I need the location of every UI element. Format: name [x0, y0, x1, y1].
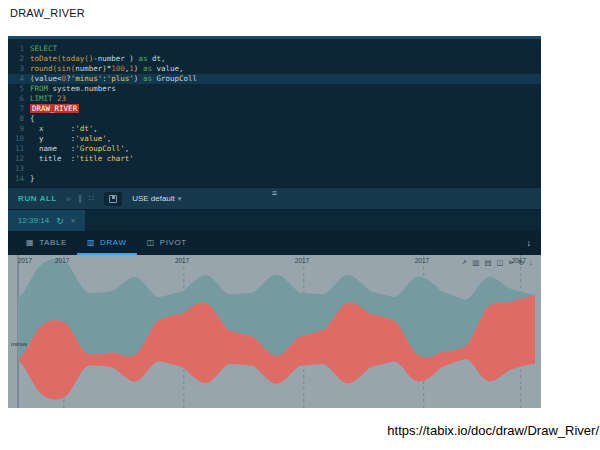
line-number: 14: [8, 174, 30, 184]
pause-icon[interactable]: ∥: [78, 194, 82, 203]
code-line[interactable]: 14}: [8, 174, 541, 184]
sql-editor[interactable]: 1SELECT2toDate(today()-number ) as dt,3r…: [8, 39, 541, 187]
tabix-app-window: 1SELECT2toDate(today()-number ) as dt,3r…: [8, 36, 541, 408]
code-line[interactable]: 5FROM system.numbers: [8, 84, 541, 94]
code-text: name :'GroupColl',: [30, 144, 129, 154]
chart-toolbox: ↗▥▤◫≡↻↓: [461, 258, 533, 267]
code-text: DRAW_RIVER: [30, 104, 79, 114]
toolbar-aux-icons: ▹∥∷: [67, 194, 94, 203]
line-number: 4: [8, 74, 30, 84]
view-tabs-bar: ▦TABLE▥DRAW◫PIVOT ↓: [8, 231, 541, 255]
code-text: (value<0?'minus':'plus') as GroupColl: [30, 74, 197, 84]
tab-label: TABLE: [39, 238, 67, 247]
line-number: 9: [8, 124, 30, 134]
tab-pivot[interactable]: ◫PIVOT: [137, 232, 197, 255]
river-svg: [8, 255, 541, 408]
database-select[interactable]: USE default ▾: [132, 194, 181, 203]
series-minus[interactable]: [18, 259, 535, 360]
close-icon[interactable]: ×: [71, 216, 76, 225]
save-icon: [109, 195, 117, 203]
page-title: DRAW_RIVER: [10, 7, 85, 19]
line-number: 12: [8, 154, 30, 164]
code-line[interactable]: 8{: [8, 114, 541, 124]
data-view-icon[interactable]: ≡: [509, 258, 513, 267]
code-text: x :'dt',: [30, 124, 98, 134]
code-line[interactable]: 13: [8, 164, 541, 174]
code-text: FROM system.numbers: [30, 84, 116, 94]
line-number: 7: [8, 104, 30, 114]
save-query-button[interactable]: [104, 192, 122, 206]
code-line[interactable]: 6LIMIT 23: [8, 94, 541, 104]
source-url: https://tabix.io/doc/draw/Draw_River/: [387, 423, 599, 438]
code-text: SELECT: [30, 44, 57, 54]
tiled-icon[interactable]: ◫: [496, 258, 503, 267]
code-text: title :'title chart': [30, 154, 134, 164]
code-lines: 1SELECT2toDate(today()-number ) as dt,3r…: [8, 44, 541, 184]
run-all-button[interactable]: RUN ALL: [18, 194, 57, 203]
tab-label: PIVOT: [160, 238, 187, 247]
tabs-container: ▦TABLE▥DRAW◫PIVOT: [16, 232, 197, 255]
result-tab[interactable]: 12:39:14 ↻ ×: [8, 210, 85, 231]
save-image-icon[interactable]: ↓: [529, 258, 533, 267]
code-line[interactable]: 1SELECT: [8, 44, 541, 54]
stack-icon[interactable]: ▤: [484, 258, 491, 267]
draw-tab-icon: ▥: [87, 238, 95, 247]
line-number: 13: [8, 164, 30, 174]
code-line[interactable]: 4(value<0?'minus':'plus') as GroupColl: [8, 74, 541, 84]
code-text: }: [30, 174, 35, 184]
code-line[interactable]: 12 title :'title chart': [8, 154, 541, 164]
line-number: 3: [8, 64, 30, 74]
code-line[interactable]: 10 y :'value',: [8, 134, 541, 144]
database-select-label: USE default: [132, 194, 175, 203]
result-tabs-bar: 12:39:14 ↻ ×: [8, 209, 541, 231]
restore-icon[interactable]: ↻: [518, 258, 524, 267]
tab-label: DRAW: [100, 238, 127, 247]
result-tab-time: 12:39:14: [18, 216, 49, 225]
code-text: toDate(today()-number ) as dt,: [30, 54, 165, 64]
line-number: 2: [8, 54, 30, 64]
code-line[interactable]: 2toDate(today()-number ) as dt,: [8, 54, 541, 64]
series-edge-label: minus: [11, 341, 27, 347]
code-line[interactable]: 11 name :'GroupColl',: [8, 144, 541, 154]
editor-toolbar: RUN ALL ▹∥∷ USE default ▾ ≡: [8, 187, 541, 209]
trend-icon[interactable]: ↗: [461, 258, 467, 267]
chevron-down-icon: ▾: [178, 195, 182, 203]
line-number: 11: [8, 144, 30, 154]
pin-icon[interactable]: ↓: [527, 238, 532, 248]
line-number: 1: [8, 44, 30, 54]
code-text: LIMIT 23: [30, 94, 66, 104]
run-selected-icon[interactable]: ▹: [67, 194, 71, 203]
tab-table[interactable]: ▦TABLE: [16, 232, 77, 255]
bar-chart-icon[interactable]: ▥: [472, 258, 479, 267]
code-line[interactable]: 3round(sin(number)*100,1) as value,: [8, 64, 541, 74]
river-chart[interactable]: 201720172017201720172017 ↗▥▤◫≡↻↓ minus: [8, 255, 541, 408]
line-number: 8: [8, 114, 30, 124]
code-text: y :'value',: [30, 134, 111, 144]
code-line[interactable]: 9 x :'dt',: [8, 124, 541, 134]
table-tab-icon: ▦: [26, 238, 34, 247]
page: DRAW_RIVER 1SELECT2toDate(today()-number…: [0, 0, 600, 450]
line-number: 5: [8, 84, 30, 94]
line-number: 6: [8, 94, 30, 104]
splitter-handle-icon[interactable]: ≡: [272, 188, 277, 198]
tab-draw[interactable]: ▥DRAW: [77, 232, 137, 255]
code-line[interactable]: 7DRAW_RIVER: [8, 104, 541, 114]
pivot-tab-icon: ◫: [147, 238, 155, 247]
refresh-icon[interactable]: ↻: [56, 216, 64, 226]
code-text: round(sin(number)*100,1) as value,: [30, 64, 184, 74]
code-text: {: [30, 114, 35, 124]
line-number: 10: [8, 134, 30, 144]
drag-dots-icon[interactable]: ∷: [89, 194, 94, 203]
